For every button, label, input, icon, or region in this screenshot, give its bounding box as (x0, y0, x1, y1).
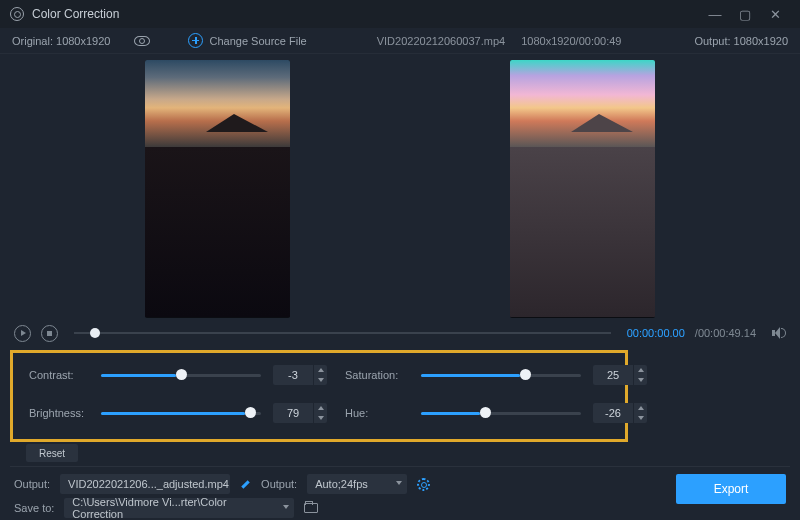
stop-icon (47, 331, 52, 336)
playback-row: 00:00:00.00/00:00:49.14 (0, 319, 800, 347)
volume-icon[interactable] (772, 327, 786, 339)
change-source-button[interactable]: Change Source File (188, 33, 306, 48)
save-path-dropdown[interactable]: C:\Users\Vidmore Vi...rter\Color Correct… (64, 498, 294, 518)
contrast-knob[interactable] (176, 369, 187, 380)
saturation-step-up[interactable] (634, 365, 647, 375)
stop-button[interactable] (41, 325, 58, 342)
contrast-input[interactable]: -3 (273, 365, 327, 385)
brightness-label: Brightness: (29, 407, 89, 419)
info-row: Original: 1080x1920 Change Source File V… (0, 28, 800, 54)
output-label-1: Output: (14, 478, 50, 490)
output-dims-label: Output: 1080x1920 (694, 35, 788, 47)
pencil-icon[interactable] (240, 479, 251, 490)
saturation-slider[interactable] (421, 374, 581, 377)
maximize-button[interactable]: ▢ (730, 7, 760, 22)
hue-knob[interactable] (480, 407, 491, 418)
source-dims-duration: 1080x1920/00:00:49 (521, 35, 621, 47)
save-to-label: Save to: (14, 502, 54, 514)
hue-label: Hue: (339, 407, 409, 419)
time-total: /00:00:49.14 (695, 327, 756, 339)
output-label-2: Output: (261, 478, 297, 490)
saturation-knob[interactable] (520, 369, 531, 380)
seek-knob[interactable] (90, 328, 100, 338)
output-filename: VID2022021206..._adjusted.mp4 (68, 478, 229, 490)
app-icon (10, 7, 24, 21)
hue-step-down[interactable] (634, 413, 647, 423)
preview-original (145, 60, 290, 318)
file-info: VID20220212060037.mp4 1080x1920/00:00:49 (377, 35, 622, 47)
save-path: C:\Users\Vidmore Vi...rter\Color Correct… (72, 496, 278, 520)
minimize-button[interactable]: — (700, 7, 730, 22)
titlebar: Color Correction — ▢ ✕ (0, 0, 800, 28)
play-icon (21, 330, 26, 336)
contrast-value: -3 (273, 369, 313, 381)
change-source-label: Change Source File (209, 35, 306, 47)
saturation-label: Saturation: (339, 369, 409, 381)
contrast-slider[interactable] (101, 374, 261, 377)
contrast-step-down[interactable] (314, 375, 327, 385)
eye-icon[interactable] (134, 36, 150, 46)
source-filename: VID20220212060037.mp4 (377, 35, 505, 47)
hue-value: -26 (593, 407, 633, 419)
brightness-knob[interactable] (245, 407, 256, 418)
brightness-value: 79 (273, 407, 313, 419)
gear-icon[interactable] (417, 478, 430, 491)
preview-area (0, 54, 800, 319)
brightness-slider[interactable] (101, 412, 261, 415)
output-format-dropdown[interactable]: Auto;24fps (307, 474, 407, 494)
output-row: Output: VID2022021206..._adjusted.mp4 Ou… (14, 474, 430, 494)
reset-button[interactable]: Reset (26, 444, 78, 462)
hue-slider[interactable] (421, 412, 581, 415)
color-sliders-panel: Contrast: -3 Saturation: 25 Brightness: … (10, 350, 628, 442)
contrast-step-up[interactable] (314, 365, 327, 375)
saturation-step-down[interactable] (634, 375, 647, 385)
original-dims-label: Original: 1080x1920 (12, 35, 110, 47)
play-button[interactable] (14, 325, 31, 342)
saturation-input[interactable]: 25 (593, 365, 647, 385)
brightness-step-down[interactable] (314, 413, 327, 423)
divider (10, 466, 790, 467)
output-filename-field[interactable]: VID2022021206..._adjusted.mp4 (60, 474, 230, 494)
contrast-label: Contrast: (29, 369, 89, 381)
preview-adjusted (510, 60, 655, 318)
seek-bar[interactable] (74, 332, 611, 334)
time-current: 00:00:00.00 (627, 327, 685, 339)
brightness-input[interactable]: 79 (273, 403, 327, 423)
hue-input[interactable]: -26 (593, 403, 647, 423)
output-format: Auto;24fps (315, 478, 368, 490)
brightness-step-up[interactable] (314, 403, 327, 413)
plus-circle-icon (188, 33, 203, 48)
folder-icon[interactable] (304, 503, 318, 513)
window-title: Color Correction (32, 7, 119, 21)
hue-step-up[interactable] (634, 403, 647, 413)
save-row: Save to: C:\Users\Vidmore Vi...rter\Colo… (14, 498, 318, 518)
export-button[interactable]: Export (676, 474, 786, 504)
close-button[interactable]: ✕ (760, 7, 790, 22)
saturation-value: 25 (593, 369, 633, 381)
